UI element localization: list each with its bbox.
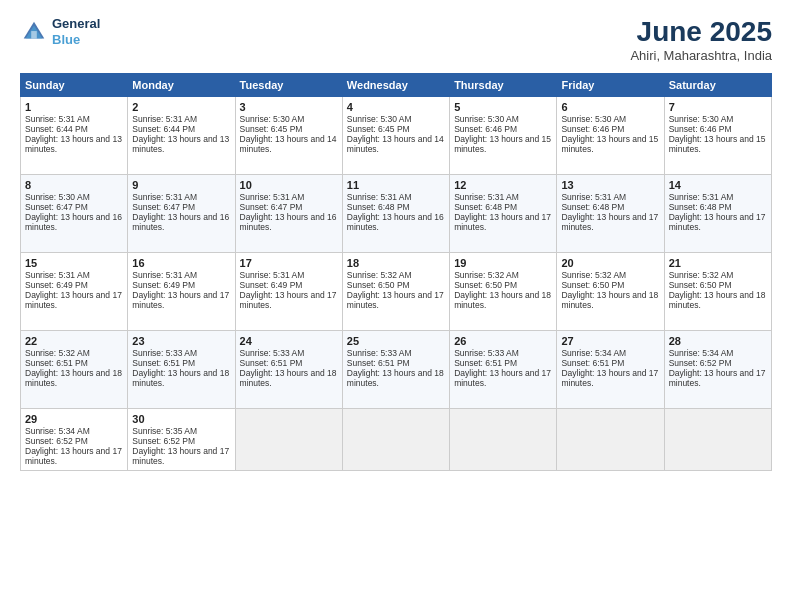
day-cell-30: 30 Sunrise: 5:35 AMSunset: 6:52 PMDaylig… [128,409,235,471]
day-cell-3: 3 Sunrise: 5:30 AMSunset: 6:45 PMDayligh… [235,97,342,175]
day-cell-7: 7 Sunrise: 5:30 AMSunset: 6:46 PMDayligh… [664,97,771,175]
day-cell-12: 12 Sunrise: 5:31 AMSunset: 6:48 PMDaylig… [450,175,557,253]
day-cell-empty-5 [664,409,771,471]
day-cell-18: 18 Sunrise: 5:32 AMSunset: 6:50 PMDaylig… [342,253,449,331]
day-cell-14: 14 Sunrise: 5:31 AMSunset: 6:48 PMDaylig… [664,175,771,253]
page: General Blue June 2025 Ahiri, Maharashtr… [0,0,792,612]
header-monday: Monday [128,74,235,97]
day-cell-2: 2 Sunrise: 5:31 AMSunset: 6:44 PMDayligh… [128,97,235,175]
header: General Blue June 2025 Ahiri, Maharashtr… [20,16,772,63]
logo-icon [20,18,48,46]
day-cell-8: 8 Sunrise: 5:30 AMSunset: 6:47 PMDayligh… [21,175,128,253]
day-cell-22: 22 Sunrise: 5:32 AMSunset: 6:51 PMDaylig… [21,331,128,409]
day-cell-27: 27 Sunrise: 5:34 AMSunset: 6:51 PMDaylig… [557,331,664,409]
day-cell-4: 4 Sunrise: 5:30 AMSunset: 6:45 PMDayligh… [342,97,449,175]
day-cell-17: 17 Sunrise: 5:31 AMSunset: 6:49 PMDaylig… [235,253,342,331]
day-cell-19: 19 Sunrise: 5:32 AMSunset: 6:50 PMDaylig… [450,253,557,331]
day-cell-25: 25 Sunrise: 5:33 AMSunset: 6:51 PMDaylig… [342,331,449,409]
logo: General Blue [20,16,100,47]
day-cell-empty-1 [235,409,342,471]
header-wednesday: Wednesday [342,74,449,97]
header-thursday: Thursday [450,74,557,97]
month-title: June 2025 [630,16,772,48]
day-cell-5: 5 Sunrise: 5:30 AMSunset: 6:46 PMDayligh… [450,97,557,175]
title-block: June 2025 Ahiri, Maharashtra, India [630,16,772,63]
day-cell-empty-2 [342,409,449,471]
day-cell-empty-3 [450,409,557,471]
day-cell-15: 15 Sunrise: 5:31 AMSunset: 6:49 PMDaylig… [21,253,128,331]
week-row-4: 22 Sunrise: 5:32 AMSunset: 6:51 PMDaylig… [21,331,772,409]
day-cell-10: 10 Sunrise: 5:31 AMSunset: 6:47 PMDaylig… [235,175,342,253]
day-cell-11: 11 Sunrise: 5:31 AMSunset: 6:48 PMDaylig… [342,175,449,253]
week-row-1: 1 Sunrise: 5:31 AMSunset: 6:44 PMDayligh… [21,97,772,175]
day-cell-6: 6 Sunrise: 5:30 AMSunset: 6:46 PMDayligh… [557,97,664,175]
week-row-3: 15 Sunrise: 5:31 AMSunset: 6:49 PMDaylig… [21,253,772,331]
header-saturday: Saturday [664,74,771,97]
day-cell-1: 1 Sunrise: 5:31 AMSunset: 6:44 PMDayligh… [21,97,128,175]
header-friday: Friday [557,74,664,97]
calendar-table: Sunday Monday Tuesday Wednesday Thursday… [20,73,772,471]
header-sunday: Sunday [21,74,128,97]
logo-text: General Blue [52,16,100,47]
day-cell-28: 28 Sunrise: 5:34 AMSunset: 6:52 PMDaylig… [664,331,771,409]
day-cell-20: 20 Sunrise: 5:32 AMSunset: 6:50 PMDaylig… [557,253,664,331]
week-row-5: 29 Sunrise: 5:34 AMSunset: 6:52 PMDaylig… [21,409,772,471]
day-cell-empty-4 [557,409,664,471]
header-tuesday: Tuesday [235,74,342,97]
weekday-header-row: Sunday Monday Tuesday Wednesday Thursday… [21,74,772,97]
svg-rect-3 [31,31,37,38]
location: Ahiri, Maharashtra, India [630,48,772,63]
day-cell-24: 24 Sunrise: 5:33 AMSunset: 6:51 PMDaylig… [235,331,342,409]
day-cell-23: 23 Sunrise: 5:33 AMSunset: 6:51 PMDaylig… [128,331,235,409]
day-cell-16: 16 Sunrise: 5:31 AMSunset: 6:49 PMDaylig… [128,253,235,331]
day-cell-13: 13 Sunrise: 5:31 AMSunset: 6:48 PMDaylig… [557,175,664,253]
day-cell-9: 9 Sunrise: 5:31 AMSunset: 6:47 PMDayligh… [128,175,235,253]
day-cell-21: 21 Sunrise: 5:32 AMSunset: 6:50 PMDaylig… [664,253,771,331]
day-cell-29: 29 Sunrise: 5:34 AMSunset: 6:52 PMDaylig… [21,409,128,471]
day-cell-26: 26 Sunrise: 5:33 AMSunset: 6:51 PMDaylig… [450,331,557,409]
week-row-2: 8 Sunrise: 5:30 AMSunset: 6:47 PMDayligh… [21,175,772,253]
